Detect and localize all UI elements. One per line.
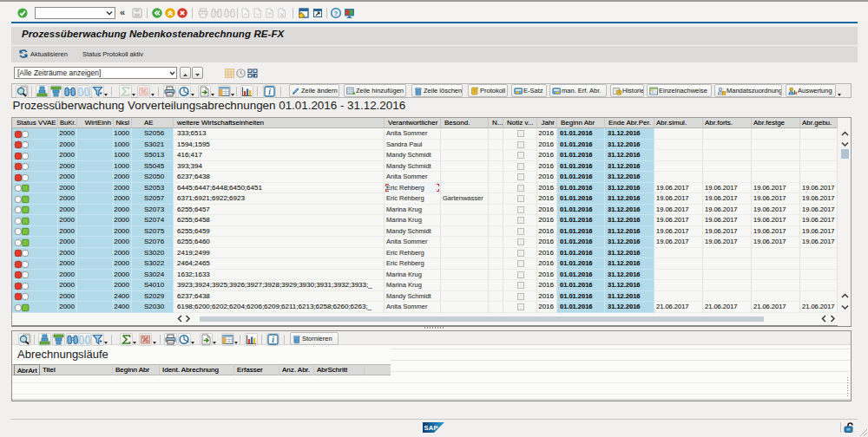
svg-text:i: i — [272, 336, 274, 344]
svg-text:SAP: SAP — [424, 424, 438, 432]
svg-text:?: ? — [334, 10, 339, 17]
svg-text:i: i — [268, 88, 271, 96]
